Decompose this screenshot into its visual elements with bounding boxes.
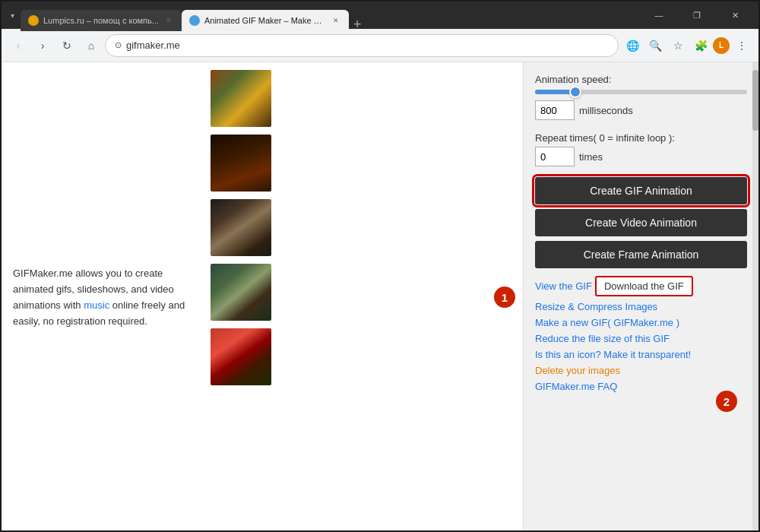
resize-compress-link[interactable]: Resize & Compress Images	[535, 301, 657, 312]
resize-compress-link-item: Resize & Compress Images	[535, 299, 747, 315]
tab-close-lumpics[interactable]: ✕	[163, 15, 174, 26]
badge-1: 1	[494, 287, 515, 308]
page-scrollbar[interactable]	[752, 62, 758, 532]
make-new-gif-link-item: Make a new GIF( GIFMaker.me )	[535, 315, 747, 331]
profile-icon[interactable]: L	[713, 37, 730, 54]
right-panel: Animation speed: milliseconds Repeat tim…	[523, 62, 758, 532]
thumbnail-3	[211, 199, 271, 256]
make-new-gif-link[interactable]: Make a new GIF( GIFMaker.me )	[535, 317, 679, 328]
view-download-row: View the GIF Download the GIF	[535, 276, 747, 296]
faq-link-item: GIFMaker.me FAQ	[535, 378, 747, 394]
repeat-input-row: times	[535, 147, 747, 166]
thumbnail-4	[211, 264, 271, 321]
create-gif-button[interactable]: Create GIF Animation	[535, 177, 747, 204]
address-bar[interactable]: ⊙ gifmaker.me	[105, 34, 619, 57]
left-content: GIFMaker.me allows you to create animate…	[2, 62, 523, 532]
address-security-icon: ⊙	[115, 40, 122, 50]
translate-button[interactable]: 🌐	[622, 35, 643, 56]
info-panel: GIFMaker.me allows you to create animate…	[2, 62, 199, 532]
home-button[interactable]: ⌂	[81, 35, 102, 56]
repeat-section: Repeat times( 0 = infinite loop ): times	[535, 132, 747, 166]
faq-link[interactable]: GIFMaker.me FAQ	[535, 381, 617, 392]
back-button[interactable]: ‹	[8, 35, 29, 56]
speed-input-row: milliseconds	[535, 100, 747, 120]
new-tab-button[interactable]: +	[349, 17, 366, 31]
thumbnail-2	[211, 135, 271, 192]
titlebar: ▾ Lumpics.ru – помощ с компь... ✕ Animat…	[2, 2, 758, 29]
thumbnails-column	[199, 62, 283, 532]
slider-container	[535, 90, 747, 94]
tab-label-lumpics: Lumpics.ru – помощ с компь...	[43, 16, 159, 25]
links-section: View the GIF Download the GIF Resize & C…	[535, 276, 747, 394]
animation-speed-label: Animation speed:	[535, 74, 747, 85]
milliseconds-label: milliseconds	[579, 105, 633, 116]
nav-action-buttons: 🌐 🔍 ☆ 🧩 L ⋮	[622, 35, 752, 56]
delete-images-link[interactable]: Delete your images	[535, 365, 620, 376]
address-text: gifmaker.me	[126, 40, 609, 51]
thumbnail-5	[211, 328, 271, 385]
scrollbar-thumb[interactable]	[752, 70, 758, 131]
tab-lumpics[interactable]: Lumpics.ru – помощ с компь... ✕	[21, 10, 182, 31]
menu-button[interactable]: ⋮	[731, 35, 752, 56]
forward-button[interactable]: ›	[32, 35, 53, 56]
navbar: ‹ › ↻ ⌂ ⊙ gifmaker.me 🌐 🔍 ☆ 🧩 L ⋮	[2, 29, 758, 62]
repeat-label: Repeat times( 0 = infinite loop ):	[535, 132, 747, 144]
reduce-size-link[interactable]: Reduce the file size of this GIF	[535, 333, 670, 344]
info-text: GIFMaker.me allows you to create animate…	[13, 266, 188, 329]
bookmark-button[interactable]: ☆	[667, 35, 689, 56]
create-video-button[interactable]: Create Video Animation	[535, 209, 747, 236]
window-controls: — ❐ ✕	[641, 5, 752, 26]
minimize-button[interactable]: —	[641, 5, 676, 26]
create-frame-button[interactable]: Create Frame Animation	[535, 241, 747, 268]
tab-favicon-gifmaker	[189, 15, 200, 26]
tab-gifmaker[interactable]: Animated GIF Maker – Make GI... ✕	[182, 10, 349, 31]
reduce-size-link-item: Reduce the file size of this GIF	[535, 331, 747, 347]
tab-close-gifmaker[interactable]: ✕	[331, 15, 341, 26]
thumbnail-1	[211, 70, 271, 127]
page-content: GIFMaker.me allows you to create animate…	[2, 62, 758, 532]
slider-thumb[interactable]	[569, 86, 581, 98]
download-gif-button[interactable]: Download the GIF	[595, 276, 693, 296]
speed-input[interactable]	[535, 100, 575, 120]
maximize-button[interactable]: ❐	[679, 5, 714, 26]
slider-track	[535, 90, 747, 94]
make-transparent-link-item: Is this an icon? Make it transparent!	[535, 347, 747, 363]
repeat-input[interactable]	[535, 147, 575, 166]
tab-favicon-lumpics	[28, 15, 39, 26]
times-label: times	[579, 151, 603, 163]
reload-button[interactable]: ↻	[56, 35, 78, 56]
extensions-button[interactable]: 🧩	[690, 35, 711, 56]
delete-images-link-item: Delete your images	[535, 363, 747, 378]
zoom-button[interactable]: 🔍	[644, 35, 666, 56]
view-gif-link[interactable]: View the GIF	[535, 280, 592, 292]
music-link[interactable]: music	[84, 299, 109, 311]
tab-bar: Lumpics.ru – помощ с компь... ✕ Animated…	[21, 4, 638, 31]
close-button[interactable]: ✕	[717, 5, 752, 26]
badge-2: 2	[716, 391, 737, 412]
tab-list-chevron[interactable]: ▾	[8, 11, 17, 20]
slider-fill	[535, 90, 573, 94]
make-transparent-link[interactable]: Is this an icon? Make it transparent!	[535, 349, 691, 360]
tab-label-gifmaker: Animated GIF Maker – Make GI...	[204, 16, 326, 25]
